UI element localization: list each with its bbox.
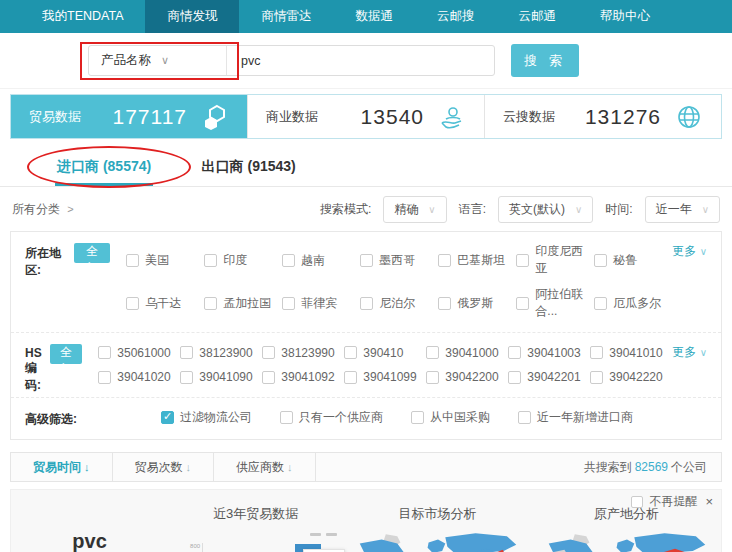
- nav-item-cloud-mail-search[interactable]: 云邮搜: [415, 0, 497, 33]
- region-checkbox[interactable]: 俄罗斯: [438, 286, 516, 320]
- tab-count: (85574): [103, 158, 151, 174]
- region-option-label: 菲律宾: [301, 295, 337, 312]
- hs-code-checkbox[interactable]: 39042200: [426, 370, 508, 384]
- language-select[interactable]: 英文(默认) ∨: [498, 196, 593, 223]
- search-options: 搜索模式: 精确 ∨ 语言: 英文(默认) ∨ 时间: 近一年 ∨: [320, 196, 720, 223]
- sort-trade-time[interactable]: 贸易时间↓: [11, 453, 113, 481]
- checkbox-icon: [262, 346, 275, 359]
- time-select[interactable]: 近一年 ∨: [645, 196, 720, 223]
- region-checkbox[interactable]: 印度尼西亚: [516, 243, 594, 277]
- region-checkbox[interactable]: 越南: [282, 243, 360, 277]
- nav-item-business-discovery[interactable]: 商情发现: [145, 0, 239, 33]
- top-nav: 我的TENDATA 商情发现 商情雷达 数据通 云邮搜 云邮通 帮助中心: [0, 0, 732, 33]
- nav-item-my-tendata[interactable]: 我的TENDATA: [20, 0, 145, 33]
- stat-label: 云搜数据: [503, 108, 555, 126]
- analysis-panel: 不再提醒 × pvc 全球贸易分析 近3年贸易数据 8006004000: [10, 489, 722, 552]
- result-summary: 共搜索到82569个公司: [584, 459, 721, 476]
- region-all-button[interactable]: 全部: [74, 243, 110, 263]
- hs-code-checkbox[interactable]: 39042220: [590, 370, 672, 384]
- region-checkbox[interactable]: 尼泊尔: [360, 286, 438, 320]
- y-axis: 8006004000: [178, 543, 200, 552]
- stat-value: 177117: [112, 105, 187, 129]
- advanced-checkbox[interactable]: 从中国采购: [411, 409, 490, 426]
- region-checkbox[interactable]: 乌干达: [126, 286, 204, 320]
- stat-cloud-search-data[interactable]: 云搜数据 131276: [484, 95, 721, 138]
- nav-item-business-radar[interactable]: 商情雷达: [239, 0, 333, 33]
- nav-item-cloud-mail-pass[interactable]: 云邮通: [496, 0, 578, 33]
- hs-code-checkbox[interactable]: 38123990: [262, 344, 344, 361]
- region-option-label: 越南: [301, 252, 325, 269]
- target-market-map[interactable]: 目标市场分析: [343, 490, 532, 552]
- hs-code-option-label: 38123990: [281, 346, 334, 360]
- search-input[interactable]: [227, 46, 494, 75]
- tab-importers[interactable]: 进口商 (85574): [55, 149, 153, 186]
- sort-trade-count[interactable]: 贸易次数↓: [113, 453, 215, 481]
- chevron-down-icon: ∨: [161, 54, 169, 67]
- search-button[interactable]: 搜 索: [511, 44, 579, 77]
- region-option-label: 孟加拉国: [223, 295, 271, 312]
- advanced-checkbox[interactable]: 近一年新增进口商: [518, 409, 633, 426]
- analysis-keyword: pvc: [11, 530, 168, 552]
- sort-supplier-count[interactable]: 供应商数↓: [214, 453, 316, 481]
- checkbox-icon: [516, 254, 529, 267]
- checkbox-icon: [344, 346, 357, 359]
- region-checkbox[interactable]: 阿拉伯联合...: [516, 286, 594, 320]
- region-option-label: 印度: [223, 252, 247, 269]
- region-checkbox[interactable]: 美国: [126, 243, 204, 277]
- time-value: 近一年: [656, 201, 692, 218]
- region-checkbox[interactable]: 孟加拉国: [204, 286, 282, 320]
- hs-code-option-label: 39042201: [527, 370, 580, 384]
- checkbox-icon: [508, 346, 521, 359]
- stat-label: 贸易数据: [29, 108, 81, 126]
- hs-code-checkbox[interactable]: 38123900: [180, 344, 262, 361]
- search-mode-select[interactable]: 精确 ∨: [383, 196, 446, 223]
- hs-code-more-link[interactable]: 更多 ∨: [672, 344, 707, 361]
- checkbox-icon: [282, 254, 295, 267]
- result-prefix: 共搜索到: [584, 460, 632, 474]
- checkbox-icon: [204, 297, 217, 310]
- hs-code-checkbox[interactable]: 39041099: [344, 370, 426, 384]
- checkbox-icon: [360, 254, 373, 267]
- nav-item-help-center[interactable]: 帮助中心: [578, 0, 672, 33]
- advanced-checkbox[interactable]: 过滤物流公司: [161, 409, 252, 426]
- region-option-label: 厄瓜多尔: [613, 295, 661, 312]
- checkbox-icon: [426, 346, 439, 359]
- origin-analysis-map[interactable]: 原产地分析: [532, 490, 721, 552]
- region-checkbox[interactable]: 菲律宾: [282, 286, 360, 320]
- hs-code-checkbox[interactable]: 39041000: [426, 344, 508, 361]
- search-field-dropdown[interactable]: 产品名称 ∨: [89, 46, 227, 75]
- trade-trend-chart[interactable]: 近3年贸易数据 8006004000 201920202021: [168, 490, 343, 552]
- globe-icon: [675, 103, 703, 131]
- nav-item-data-pass[interactable]: 数据通: [333, 0, 415, 33]
- hs-code-checkbox[interactable]: 35061000: [98, 344, 180, 361]
- region-checkbox[interactable]: 墨西哥: [360, 243, 438, 277]
- result-count-link[interactable]: 82569: [635, 460, 668, 474]
- hs-code-checkbox[interactable]: 39041010: [590, 344, 672, 361]
- region-checkbox[interactable]: 印度: [204, 243, 282, 277]
- advanced-checkbox[interactable]: 只有一个供应商: [280, 409, 383, 426]
- region-checkbox[interactable]: 巴基斯坦: [438, 243, 516, 277]
- region-checkbox[interactable]: 厄瓜多尔: [594, 286, 672, 320]
- hs-code-checkbox[interactable]: 39041090: [180, 370, 262, 384]
- advanced-option-label: 从中国采购: [430, 409, 490, 426]
- world-map: [352, 529, 524, 552]
- hs-code-checkbox[interactable]: 39042201: [508, 370, 590, 384]
- stat-business-data[interactable]: 商业数据 13540: [247, 95, 484, 138]
- checkbox-icon: [438, 254, 451, 267]
- search-mode-label: 搜索模式:: [320, 201, 371, 218]
- region-checkbox[interactable]: 秘鲁: [594, 243, 672, 277]
- advanced-filter: 高级筛选: 过滤物流公司 只有一个供应商 从中国采购 近一年新增进口商: [11, 397, 721, 439]
- hs-code-all-button[interactable]: 全部: [50, 344, 82, 364]
- hs-code-checkbox[interactable]: 39041020: [98, 370, 180, 384]
- tab-exporters[interactable]: 出口商 (91543): [200, 149, 298, 186]
- hs-code-checkbox[interactable]: 39041092: [262, 370, 344, 384]
- chart-legend: [310, 533, 337, 536]
- stat-trade-data[interactable]: 贸易数据 177117: [11, 95, 247, 138]
- hs-code-checkbox[interactable]: 39041003: [508, 344, 590, 361]
- advanced-option-label: 只有一个供应商: [299, 409, 383, 426]
- checkbox-icon: [508, 371, 521, 384]
- checkbox-icon: [98, 371, 111, 384]
- hs-code-checkbox[interactable]: 390410: [344, 344, 426, 361]
- region-more-link[interactable]: 更多 ∨: [672, 243, 707, 277]
- all-categories-link[interactable]: 所有分类 >: [12, 201, 74, 218]
